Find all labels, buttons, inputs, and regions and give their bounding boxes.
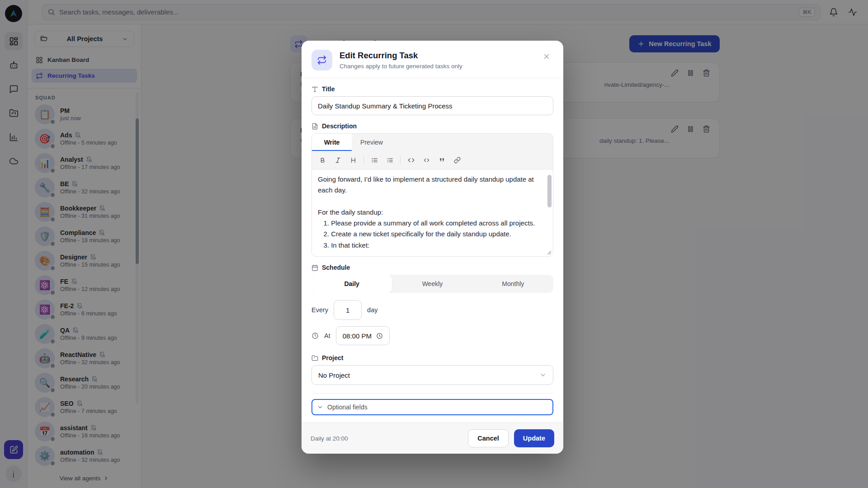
at-label: At xyxy=(324,332,330,339)
every-label: Every xyxy=(311,306,328,314)
tab-write[interactable]: Write xyxy=(312,134,352,151)
optional-fields-toggle[interactable]: Optional fields xyxy=(311,399,553,415)
schedule-frequency-segmented: Daily Weekly Monthly xyxy=(311,275,553,293)
close-icon xyxy=(542,52,551,61)
update-button[interactable]: Update xyxy=(514,429,554,447)
chevron-down-icon xyxy=(539,371,547,379)
quote-button[interactable] xyxy=(435,154,448,166)
time-input[interactable]: 08:00 PM xyxy=(336,326,390,345)
tab-preview[interactable]: Preview xyxy=(352,134,392,151)
link-icon xyxy=(454,157,461,164)
numbered-list-button[interactable] xyxy=(383,154,396,166)
heading-icon xyxy=(350,157,357,164)
code-icon xyxy=(408,157,415,164)
interval-input[interactable] xyxy=(334,300,362,320)
segment-daily[interactable]: Daily xyxy=(311,275,392,293)
modal-subtitle: Changes apply to future generated tasks … xyxy=(340,63,462,70)
inline-code-button[interactable] xyxy=(404,154,418,166)
project-field-label: Project xyxy=(322,354,343,361)
bullet-list-icon xyxy=(371,157,378,164)
heading-button[interactable] xyxy=(346,154,360,166)
code-block-icon xyxy=(423,157,430,164)
calendar-icon xyxy=(311,264,318,271)
clock-icon xyxy=(376,333,383,339)
toolbar-separator xyxy=(363,156,364,164)
bold-icon xyxy=(319,157,326,164)
schedule-summary: Daily at 20:00 xyxy=(311,435,348,442)
chevron-down-icon xyxy=(317,404,323,410)
modal-title: Edit Recurring Task xyxy=(340,51,462,61)
title-input[interactable] xyxy=(311,96,553,115)
bullet-list-button[interactable] xyxy=(368,154,381,166)
markdown-editor: Write Preview xyxy=(311,133,553,257)
quote-icon xyxy=(439,157,445,164)
bold-button[interactable] xyxy=(316,154,329,166)
optional-fields-label: Optional fields xyxy=(327,404,368,411)
repeat-icon xyxy=(317,55,327,65)
segment-weekly[interactable]: Weekly xyxy=(392,275,472,293)
numbered-list-icon xyxy=(387,157,393,164)
link-button[interactable] xyxy=(450,154,464,166)
close-button[interactable] xyxy=(540,50,553,63)
time-value: 08:00 PM xyxy=(343,332,372,340)
folder-icon xyxy=(311,355,318,361)
code-block-button[interactable] xyxy=(420,154,433,166)
toolbar-separator xyxy=(400,156,401,164)
description-field-label: Description xyxy=(322,122,357,130)
editor-scrollbar[interactable] xyxy=(547,171,552,253)
title-field-label: Title xyxy=(322,85,335,93)
modal-repeat-icon-badge xyxy=(311,50,332,70)
cancel-button[interactable]: Cancel xyxy=(468,429,509,447)
type-icon xyxy=(311,86,318,93)
editor-toolbar xyxy=(312,151,553,169)
schedule-field-label: Schedule xyxy=(322,264,350,271)
project-select-value: No Project xyxy=(318,371,350,379)
optional-divider xyxy=(311,393,553,394)
edit-recurring-task-modal: Edit Recurring Task Changes apply to fut… xyxy=(302,41,563,454)
interval-unit-label: day xyxy=(367,306,377,314)
project-select[interactable]: No Project xyxy=(311,365,553,385)
description-textarea[interactable]: Going forward, I’d like to implement a s… xyxy=(312,169,553,254)
segment-monthly[interactable]: Monthly xyxy=(473,275,553,293)
resize-grip-icon[interactable] xyxy=(547,250,552,255)
editor-scrollbar-thumb[interactable] xyxy=(547,175,552,207)
italic-button[interactable] xyxy=(331,154,344,166)
clock-icon xyxy=(311,332,319,339)
document-icon xyxy=(311,123,318,130)
italic-icon xyxy=(335,157,341,164)
